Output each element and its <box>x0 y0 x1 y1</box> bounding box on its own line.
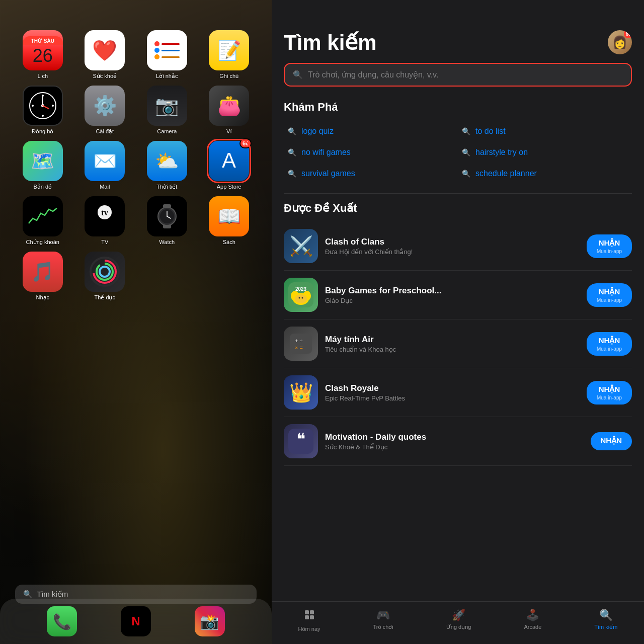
discover-item-schedule[interactable]: 🔍 schedule planner <box>458 163 632 184</box>
app-row-5: 🎵 Nhạc <box>10 252 262 301</box>
app-maps[interactable]: 🗺️ Bản đồ <box>15 141 70 190</box>
app-wallet[interactable]: 👛 Ví <box>202 86 257 135</box>
svg-line-3 <box>43 106 49 109</box>
app-settings[interactable]: ⚙️ Cài đặt <box>77 86 133 135</box>
app-weather[interactable]: ⛅ Thời tiết <box>139 141 195 190</box>
app-label-clock: Đồng hồ <box>32 128 53 135</box>
tab-icon-arcade: 🕹️ <box>526 609 539 622</box>
btn-get-calculator[interactable]: NHẬN Mua in-app <box>587 332 632 356</box>
app-icon-wrap-tv: tv <box>85 196 125 236</box>
app-icon-watch <box>147 196 187 236</box>
app-music[interactable]: 🎵 Nhạc <box>15 252 70 301</box>
app-label-notes: Ghi chú <box>219 73 238 79</box>
app-label-tv: TV <box>101 239 108 245</box>
btn-get-baby-games[interactable]: NHẬN Mua in-app <box>587 283 632 307</box>
rec-name-clash-royale: Clash Royale <box>325 383 580 393</box>
svg-point-26 <box>295 294 307 303</box>
app-icon-camera: 📷 <box>147 86 187 126</box>
app-books[interactable]: 📖 Sách <box>202 196 257 246</box>
btn-get-clash-royale[interactable]: NHẬN Mua in-app <box>587 381 632 405</box>
tab-icon-tim-kiem: 🔍 <box>599 609 613 622</box>
app-stocks[interactable]: Chứng khoán <box>15 196 70 246</box>
app-row-3: 🗺️ Bản đồ ✉️ Mail ⛅ <box>10 141 262 190</box>
app-camera[interactable]: 📷 Camera <box>139 86 195 135</box>
calendar-day: 26 <box>33 45 53 65</box>
rec-item-baby-games[interactable]: 2023 Baby Games for Preschool... Giáo Dụ… <box>284 271 632 319</box>
discover-item-no-wifi[interactable]: 🔍 no wifi games <box>284 142 458 163</box>
app-icon-fitness <box>85 252 125 292</box>
discover-item-todo[interactable]: 🔍 to do list <box>458 121 632 142</box>
app-calendar[interactable]: THỨ SÁU 26 Lịch <box>15 30 70 79</box>
app-icon-health: ❤️ <box>85 30 125 70</box>
rec-info-clash-of-clans: Clash of Clans Đưa Hội đến với Chiến thắ… <box>325 237 580 256</box>
search-bar-icon: 🔍 <box>293 70 303 79</box>
app-appstore[interactable]: A 66 App Store <box>202 141 257 190</box>
tab-icon-tro-choi: 🎮 <box>376 609 390 622</box>
svg-point-20 <box>100 267 110 277</box>
rec-item-calculator[interactable]: + ÷ × = Máy tính Air Tiêu chuẩn và Khoa … <box>284 319 632 368</box>
app-icon-wrap-stocks <box>23 196 63 236</box>
app-icon-wrap-camera: 📷 <box>147 86 187 126</box>
app-icon-wallet: 👛 <box>209 86 249 126</box>
btn-get-motivation[interactable]: NHẬN <box>591 432 632 450</box>
discover-search-icon-5: 🔍 <box>288 170 296 178</box>
user-avatar[interactable]: 👩 66 <box>608 30 632 54</box>
app-notes[interactable]: 📝 Ghi chú <box>202 30 257 79</box>
app-reminders[interactable]: Lời nhắc <box>139 30 195 79</box>
app-watch[interactable]: Watch <box>139 196 195 246</box>
app-icon-settings: ⚙️ <box>85 86 125 126</box>
search-bar-container: 🔍 Trò chơi, ứng dụng, câu chuyện, v.v. <box>272 63 644 97</box>
tab-icon-ung-dung: 🚀 <box>452 609 465 622</box>
discover-item-logo-quiz[interactable]: 🔍 logo quiz <box>284 121 458 142</box>
home-search-button[interactable]: 🔍 Tìm kiếm <box>15 585 257 604</box>
svg-point-7 <box>52 105 54 107</box>
app-health[interactable]: ❤️ Sức khoẻ <box>77 30 133 79</box>
svg-text:×  =: × = <box>295 345 303 351</box>
search-bar-placeholder: Trò chơi, ứng dụng, câu chuyện, v.v. <box>308 70 438 79</box>
btn-get-clash-of-clans[interactable]: NHẬN Mua in-app <box>587 234 632 258</box>
svg-rect-29 <box>290 334 312 354</box>
btn-label-motivation: NHẬN <box>601 436 622 445</box>
rec-item-clash-royale[interactable]: 👑 Clash Royale Epic Real-Time PvP Battle… <box>284 368 632 417</box>
svg-point-6 <box>32 105 34 107</box>
tab-ung-dung[interactable]: 🚀 Ứng dụng <box>438 607 479 634</box>
rec-item-motivation[interactable]: ❝ Motivation - Daily quotes Sức Khoẻ & T… <box>284 417 632 466</box>
rec-name-calculator: Máy tính Air <box>325 335 580 345</box>
svg-text:tv: tv <box>102 208 108 217</box>
search-bar-label: Tìm kiếm <box>37 590 68 599</box>
dock-app-instagram[interactable]: 📸 <box>195 606 225 636</box>
app-icon-wrap-calendar: THỨ SÁU 26 <box>23 30 63 70</box>
svg-rect-35 <box>310 610 314 614</box>
app-mail[interactable]: ✉️ Mail <box>77 141 133 190</box>
dock-app-netflix[interactable]: N <box>121 606 151 636</box>
rec-item-clash-of-clans[interactable]: ⚔️ Clash of Clans Đưa Hội đến với Chiến … <box>284 222 632 271</box>
app-icon-wrap-music: 🎵 <box>23 252 63 292</box>
tab-arcade[interactable]: 🕹️ Arcade <box>516 607 549 634</box>
search-input[interactable]: 🔍 Trò chơi, ứng dụng, câu chuyện, v.v. <box>284 63 632 87</box>
app-icon-books: 📖 <box>209 196 249 236</box>
app-tv[interactable]: tv TV <box>77 196 133 246</box>
app-icon-wrap-wallet: 👛 <box>209 86 249 126</box>
dock-app-phone[interactable]: 📞 <box>47 606 77 636</box>
app-store-search: Tìm kiếm 👩 66 🔍 Trò chơi, ứng dụng, câu … <box>272 0 644 644</box>
discover-search-icon-6: 🔍 <box>462 170 470 178</box>
app-label-maps: Bản đồ <box>33 184 52 190</box>
discover-item-hairstyle[interactable]: 🔍 hairstyle try on <box>458 142 632 163</box>
rec-name-clash-of-clans: Clash of Clans <box>325 237 580 247</box>
app-label-appstore: App Store <box>217 184 242 190</box>
app-fitness[interactable]: Thể dục <box>77 252 133 301</box>
discover-item-survival[interactable]: 🔍 survival games <box>284 163 458 184</box>
svg-text:+  ÷: + ÷ <box>295 338 303 344</box>
app-clock[interactable]: Đồng hồ <box>15 86 70 135</box>
app-row-2: Đồng hồ ⚙️ Cài đặt 📷 Camera <box>10 86 262 135</box>
rec-name-motivation: Motivation - Daily quotes <box>325 432 584 442</box>
app-icon-maps: 🗺️ <box>23 141 63 181</box>
tab-tim-kiem[interactable]: 🔍 Tìm kiếm <box>586 607 625 634</box>
tab-hom-nay[interactable]: Hôm nay <box>290 607 329 634</box>
app-label-settings: Cài đặt <box>96 128 114 135</box>
tab-label-arcade: Arcade <box>524 624 541 630</box>
tab-tro-choi[interactable]: 🎮 Trò chơi <box>365 607 401 634</box>
rec-desc-clash-of-clans: Đưa Hội đến với Chiến thắng! <box>325 248 580 256</box>
btn-sublabel-clash: Mua in-app <box>597 249 622 254</box>
tab-label-tro-choi: Trò chơi <box>373 624 393 630</box>
